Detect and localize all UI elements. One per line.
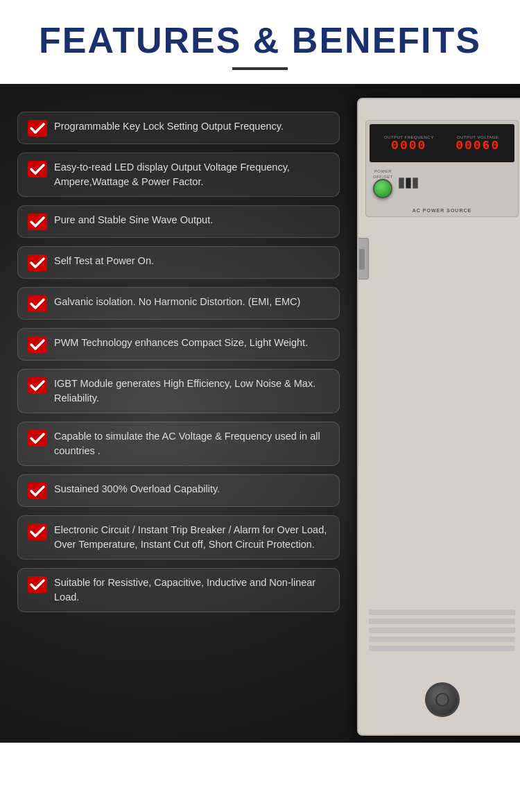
vent-slot-1 — [369, 610, 515, 615]
vent-slot-5 — [369, 646, 515, 651]
freq-value: 0000 — [384, 139, 434, 152]
vent-slot-4 — [369, 637, 515, 642]
feature-item-8: Capable to simulate the AC Voltage & Fre… — [17, 422, 340, 466]
feature-text-5: Galvanic isolation. No Harmonic Distorti… — [54, 295, 300, 309]
checkmark-icon-10 — [28, 524, 47, 540]
feature-text-10: Electronic Circuit / Instant Trip Breake… — [54, 523, 329, 552]
checkmark-icon-1 — [28, 120, 47, 137]
power-label: POWER — [373, 169, 393, 173]
feature-text-8: Capable to simulate the AC Voltage & Fre… — [54, 429, 329, 458]
feature-text-2: Easy-to-read LED display Output Voltage … — [54, 160, 329, 189]
feature-item-9: Sustained 300% Overload Capability. — [17, 474, 340, 507]
feature-item-1: Programmable Key Lock Setting Output Fre… — [17, 112, 340, 144]
feature-text-3: Pure and Stable Sine Wave Output. — [54, 213, 213, 227]
feature-item-3: Pure and Stable Sine Wave Output. — [17, 205, 340, 238]
power-button[interactable] — [373, 179, 392, 198]
checkmark-icon-3 — [28, 214, 47, 230]
feature-text-7: IGBT Module generates High Efficiency, L… — [54, 377, 329, 406]
feature-text-9: Sustained 300% Overload Capability. — [54, 482, 220, 496]
feature-item-11: Suitable for Resistive, Capacitive, Indu… — [17, 568, 340, 612]
toggle-switch-1[interactable] — [399, 178, 404, 189]
feature-item-10: Electronic Circuit / Instant Trip Breake… — [17, 515, 340, 560]
handle-slot — [359, 249, 365, 270]
toggle-switch-3[interactable] — [413, 178, 418, 189]
ac-label: AC POWER SOURCE — [366, 208, 518, 213]
wheel-hub — [435, 693, 449, 707]
feature-text-4: Self Test at Power On. — [54, 254, 154, 268]
checkmark-icon-5 — [28, 295, 47, 312]
door-handle — [357, 238, 369, 279]
volt-value: 00060 — [456, 139, 500, 152]
feature-text-6: PWM Technology enhances Compact Size, Li… — [54, 336, 308, 350]
power-section: POWER OFF/SET — [373, 168, 393, 198]
checkmark-icon-9 — [28, 483, 47, 499]
checkmark-icon-4 — [28, 254, 47, 271]
voltage-display-group: OUTPUT VOLTAGE 00060 — [456, 135, 500, 152]
page-title: FEATURES & BENEFITS — [14, 21, 506, 60]
vent-slot-2 — [369, 619, 515, 624]
main-content: Programmable Key Lock Setting Output Fre… — [0, 84, 520, 743]
feature-item-5: Galvanic isolation. No Harmonic Distorti… — [17, 287, 340, 320]
device-wheel — [425, 682, 460, 717]
feature-item-4: Self Test at Power On. — [17, 246, 340, 279]
checkmark-icon-2 — [28, 161, 47, 178]
product-device: OUTPUT FREQUENCY 0000 OUTPUT VOLTAGE 000… — [357, 98, 520, 736]
display-panel: OUTPUT FREQUENCY 0000 OUTPUT VOLTAGE 000… — [365, 120, 519, 217]
features-list: Programmable Key Lock Setting Output Fre… — [0, 105, 354, 722]
display-screen: OUTPUT FREQUENCY 0000 OUTPUT VOLTAGE 000… — [370, 124, 514, 162]
checkmark-icon-7 — [28, 377, 47, 394]
product-image-area: OUTPUT FREQUENCY 0000 OUTPUT VOLTAGE 000… — [347, 84, 520, 743]
feature-item-7: IGBT Module generates High Efficiency, L… — [17, 369, 340, 413]
title-underline — [232, 67, 288, 70]
toggle-switch-2[interactable] — [406, 178, 411, 189]
feature-item-6: PWM Technology enhances Compact Size, Li… — [17, 328, 340, 361]
feature-text-11: Suitable for Resistive, Capacitive, Indu… — [54, 576, 329, 605]
vent-area — [369, 610, 515, 651]
vent-slot-3 — [369, 628, 515, 633]
feature-item-2: Easy-to-read LED display Output Voltage … — [17, 153, 340, 197]
frequency-display-group: OUTPUT FREQUENCY 0000 — [384, 135, 434, 152]
header-section: FEATURES & BENEFITS — [0, 0, 520, 84]
checkmark-icon-11 — [28, 576, 47, 593]
toggle-switches — [399, 178, 418, 189]
checkmark-icon-8 — [28, 430, 47, 447]
checkmark-icon-6 — [28, 336, 47, 353]
off-reset-label: OFF/SET — [373, 175, 393, 179]
controls-row: POWER OFF/SET — [370, 168, 514, 198]
feature-text-1: Programmable Key Lock Setting Output Fre… — [54, 119, 284, 134]
